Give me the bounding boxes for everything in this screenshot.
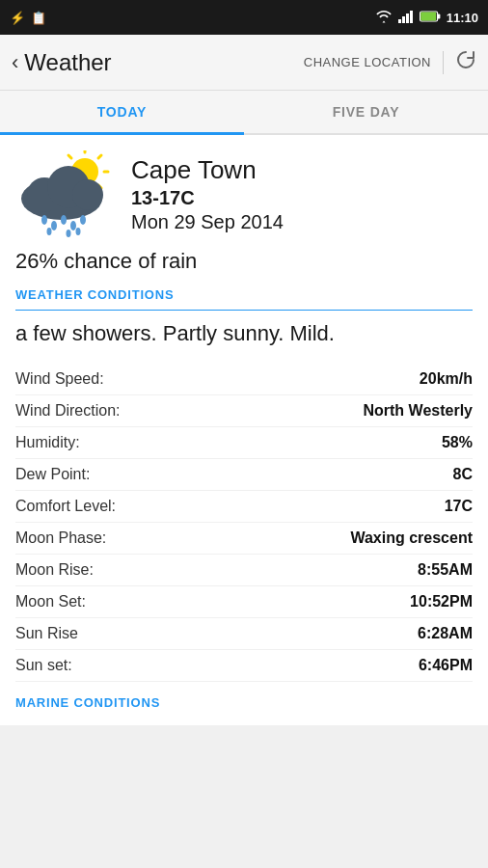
data-row: Sun set: 6:46PM <box>15 650 473 682</box>
main-content: Cape Town 13-17C Mon 29 Sep 2014 26% cha… <box>0 135 488 725</box>
data-value: 8:55AM <box>418 561 473 579</box>
usb-icon: ⚡ <box>10 11 25 25</box>
weather-illustration <box>15 150 122 237</box>
data-value: 10:52PM <box>410 593 473 610</box>
data-label: Wind Speed: <box>15 370 420 388</box>
data-row: Wind Direction: North Westerly <box>15 395 473 427</box>
data-label: Moon Set: <box>15 593 410 610</box>
svg-point-17 <box>41 215 47 225</box>
data-label: Wind Direction: <box>15 402 363 420</box>
data-row: Moon Set: 10:52PM <box>15 586 473 618</box>
data-value: Waxing crescent <box>350 529 473 547</box>
city-name: Cape Town <box>131 155 284 185</box>
weather-icon-container <box>15 150 122 237</box>
data-row: Humidity: 58% <box>15 427 473 459</box>
conditions-section-label: WEATHER CONDITIONS <box>15 287 473 311</box>
data-value: 6:46PM <box>419 657 473 674</box>
data-label: Dew Point: <box>15 466 453 483</box>
weather-date: Mon 29 Sep 2014 <box>131 211 284 233</box>
status-bar: ⚡ 📋 11:10 <box>0 0 488 35</box>
weather-details: Wind Speed: 20km/h Wind Direction: North… <box>15 364 473 682</box>
svg-line-12 <box>68 155 71 158</box>
data-label: Moon Phase: <box>15 529 350 547</box>
data-label: Humidity: <box>15 434 442 451</box>
header-title: Weather <box>24 49 303 76</box>
weather-hero: Cape Town 13-17C Mon 29 Sep 2014 <box>15 150 473 237</box>
svg-point-22 <box>47 228 52 235</box>
svg-point-16 <box>72 179 103 210</box>
svg-point-18 <box>51 221 57 231</box>
data-value: 20km/h <box>420 370 473 388</box>
svg-point-21 <box>80 215 86 225</box>
svg-rect-0 <box>398 19 401 23</box>
tab-bar: TODAY FIVE DAY <box>0 91 488 135</box>
data-value: 6:28AM <box>418 625 473 642</box>
data-value: 17C <box>445 498 473 515</box>
signal-icon <box>398 10 414 26</box>
app-header: ‹ Weather CHANGE LOCATION <box>0 35 488 91</box>
refresh-button[interactable] <box>455 49 476 75</box>
tab-fiveday[interactable]: FIVE DAY <box>244 91 488 135</box>
svg-rect-2 <box>406 14 409 23</box>
svg-point-20 <box>70 221 76 231</box>
header-divider <box>443 51 444 74</box>
data-value: 8C <box>453 466 473 483</box>
data-row: Moon Rise: 8:55AM <box>15 555 473 586</box>
data-row: Dew Point: 8C <box>15 459 473 491</box>
svg-rect-3 <box>410 11 413 23</box>
data-label: Moon Rise: <box>15 561 418 579</box>
battery-icon <box>420 11 441 25</box>
svg-rect-5 <box>420 12 436 20</box>
svg-point-19 <box>61 215 67 225</box>
rain-chance: 26% chance of rain <box>15 249 473 274</box>
svg-point-24 <box>76 228 81 235</box>
data-label: Sun set: <box>15 657 419 674</box>
back-button[interactable]: ‹ <box>12 50 18 75</box>
svg-rect-1 <box>402 16 405 23</box>
weather-info: Cape Town 13-17C Mon 29 Sep 2014 <box>131 155 284 233</box>
svg-rect-6 <box>437 14 440 18</box>
status-left-icons: ⚡ 📋 <box>10 11 46 25</box>
temp-range: 13-17C <box>131 187 284 209</box>
data-row: Wind Speed: 20km/h <box>15 364 473 395</box>
status-time: 11:10 <box>447 11 478 25</box>
sim-icon: 📋 <box>31 11 46 25</box>
data-row: Sun Rise 6:28AM <box>15 618 473 650</box>
svg-line-9 <box>98 155 101 158</box>
data-row: Comfort Level: 17C <box>15 491 473 523</box>
data-label: Comfort Level: <box>15 498 445 515</box>
data-row: Moon Phase: Waxing crescent <box>15 523 473 555</box>
change-location-button[interactable]: CHANGE LOCATION <box>304 55 431 69</box>
conditions-text: a few showers. Partly sunny. Mild. <box>15 320 473 348</box>
data-value: North Westerly <box>363 402 473 420</box>
data-label: Sun Rise <box>15 625 418 642</box>
wifi-icon <box>375 10 393 26</box>
tab-today[interactable]: TODAY <box>0 91 244 135</box>
data-value: 58% <box>442 434 473 451</box>
marine-conditions-link[interactable]: MARINE CONDITIONS <box>15 695 473 710</box>
svg-point-23 <box>67 230 71 237</box>
